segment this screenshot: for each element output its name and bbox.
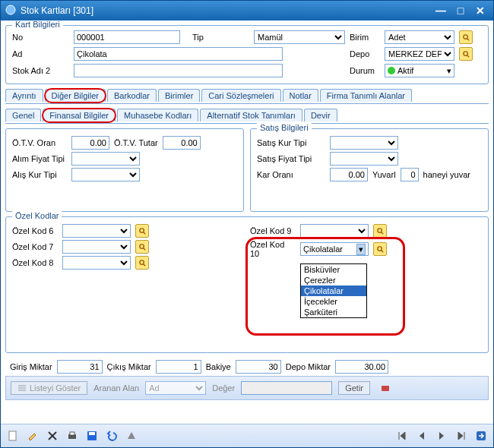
tab-ayrinti[interactable]: Ayrıntı	[5, 89, 43, 102]
content-area: Kart Bilgileri No Tip Mamül Birim Adet A…	[1, 21, 493, 424]
kart-bilgileri-group: Kart Bilgileri No Tip Mamül Birim Adet A…	[5, 25, 489, 84]
birim-select[interactable]: Adet	[385, 30, 454, 44]
stok2-label: Stok Adı 2	[12, 66, 67, 75]
ozel9-picker-icon[interactable]	[373, 224, 387, 238]
otv-tutar-label: Ö.T.V. Tutar	[114, 138, 158, 147]
satis-kur-label: Satış Kur Tipi	[257, 138, 325, 147]
otv-oran-label: Ö.T.V. Oran	[12, 138, 67, 147]
ozel7-label: Özel Kod 7	[12, 242, 58, 251]
svg-rect-19	[9, 431, 16, 440]
opt-cikolatalar[interactable]: Çikolatalar	[301, 286, 366, 296]
ozel10-select[interactable]: Çikolatalar ▾	[300, 242, 369, 256]
edit-icon[interactable]	[24, 427, 42, 445]
haneyi-label: haneyi yuvar	[423, 170, 470, 179]
ozel10-dropdown[interactable]: Bisküviler Çerezler Çikolatalar İçecekle…	[300, 263, 367, 318]
tip-label: Tip	[192, 33, 249, 42]
tab-notlar[interactable]: Notlar	[283, 89, 318, 102]
tab-alternatif[interactable]: Alternatif Stok Tanımları	[200, 109, 302, 121]
ad-input[interactable]	[74, 47, 283, 61]
new-icon[interactable]	[4, 427, 22, 445]
bakiye-input[interactable]	[236, 360, 281, 374]
getir-button[interactable]: Getir	[338, 381, 370, 395]
save-icon[interactable]	[83, 427, 101, 445]
bottom-toolbar	[1, 424, 493, 447]
satis-fiyat-select[interactable]	[330, 152, 398, 166]
tab-muhasebe[interactable]: Muhasebe Kodları	[117, 109, 198, 121]
alim-select[interactable]	[71, 152, 140, 166]
svg-line-12	[381, 232, 383, 234]
satis-kur-select[interactable]	[330, 136, 398, 150]
tab-finansal[interactable]: Finansal Bilgiler	[43, 109, 116, 121]
yuvarl-input[interactable]	[401, 168, 419, 181]
otv-tutar-input[interactable]	[163, 136, 201, 150]
opt-icecekler[interactable]: İçecekler	[301, 296, 366, 307]
tab-devir[interactable]: Devir	[304, 109, 337, 121]
alim-label: Alım Fiyat Tipi	[12, 154, 67, 163]
undo-icon[interactable]	[103, 427, 121, 445]
tip-select[interactable]: Mamül	[254, 30, 345, 44]
ozel10-picker-icon[interactable]	[373, 242, 387, 256]
stok2-input[interactable]	[74, 64, 283, 77]
no-label: No	[12, 33, 67, 42]
ozel9-select[interactable]	[300, 224, 369, 238]
filter-bar: Listeyi Göster Aranan Alan Ad Değer Geti…	[5, 376, 489, 400]
opt-sarkuteri[interactable]: Şarküteri	[301, 307, 366, 317]
delete-icon[interactable]	[43, 427, 62, 445]
ozel8-picker-icon[interactable]	[135, 256, 149, 270]
depo-miktar-label: Depo Miktar	[286, 362, 331, 371]
last-icon[interactable]	[452, 427, 470, 445]
no-input[interactable]	[74, 30, 180, 44]
durum-select[interactable]: Aktif ▾	[385, 64, 454, 77]
ozel7-picker-icon[interactable]	[135, 240, 149, 254]
kar-label: Kar Oranı	[257, 170, 325, 179]
svg-line-10	[143, 263, 145, 266]
tab-birimler[interactable]: Birimler	[158, 89, 200, 102]
minimize-button[interactable]: —	[432, 4, 449, 17]
depo-label: Depo	[350, 49, 380, 58]
close-button[interactable]: ✕	[472, 4, 489, 17]
giris-label: Giriş Miktar	[10, 362, 52, 371]
prev-icon[interactable]	[413, 427, 431, 445]
opt-cerezler[interactable]: Çerezler	[301, 275, 366, 286]
ozel7-select[interactable]	[62, 240, 131, 254]
depo-picker-icon[interactable]	[459, 47, 473, 61]
otv-oran-input[interactable]	[71, 136, 109, 150]
durum-label: Durum	[350, 66, 380, 75]
exit-icon[interactable]	[472, 427, 490, 445]
depo-miktar-input[interactable]	[335, 360, 388, 374]
ozel6-select[interactable]	[62, 224, 131, 238]
liste-goster-button[interactable]: Listeyi Göster	[11, 381, 87, 395]
export-icon[interactable]	[122, 427, 141, 445]
tab-genel[interactable]: Genel	[5, 109, 41, 121]
alis-label: Alış Kur Tipi	[12, 170, 67, 179]
tab-diger-bilgiler[interactable]: Diğer Bilgiler	[45, 89, 106, 102]
maximize-button[interactable]: □	[452, 4, 469, 17]
kar-input[interactable]	[330, 168, 368, 181]
ozel8-select[interactable]	[62, 256, 131, 270]
print-report-icon[interactable]	[376, 379, 394, 397]
tab-cari[interactable]: Cari Sözleşmeleri	[201, 89, 280, 102]
print-icon[interactable]	[63, 427, 81, 445]
ozel6-picker-icon[interactable]	[135, 224, 149, 238]
tab-firma[interactable]: Firma Tanımlı Alanlar	[320, 89, 412, 102]
ozel8-label: Özel Kod 8	[12, 258, 58, 267]
app-icon	[5, 5, 16, 17]
tab-barkodlar[interactable]: Barkodlar	[107, 89, 157, 102]
cikis-input[interactable]	[156, 360, 201, 374]
svg-line-8	[143, 248, 145, 250]
aranan-select: Ad	[145, 381, 206, 395]
first-icon[interactable]	[393, 427, 411, 445]
svg-line-4	[467, 55, 469, 57]
alis-select[interactable]	[71, 168, 140, 181]
satis-legend: Satış Bilgileri	[257, 123, 312, 132]
kart-legend: Kart Bilgileri	[12, 21, 63, 29]
depo-select[interactable]: MERKEZ DEPO	[385, 47, 454, 61]
giris-input[interactable]	[57, 360, 103, 374]
titlebar: Stok Kartları [301] — □ ✕	[1, 1, 493, 21]
birim-label: Birim	[350, 33, 380, 42]
ozel6-label: Özel Kod 6	[12, 226, 58, 235]
next-icon[interactable]	[432, 427, 451, 445]
birim-picker-icon[interactable]	[459, 30, 473, 44]
yuvarl-label: Yuvarl	[372, 170, 396, 179]
opt-biskuviler[interactable]: Bisküviler	[301, 264, 366, 275]
